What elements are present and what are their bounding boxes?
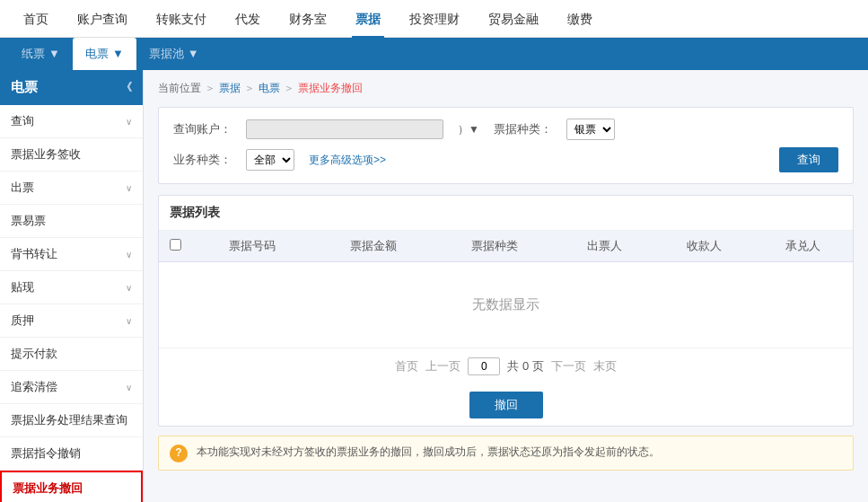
page-number-input[interactable] (468, 357, 500, 375)
sidebar-item-label: 贴现 (11, 279, 34, 295)
main-layout: 电票 《 查询 ∨ 票据业务签收 出票 ∨ 票易票 背书转让 ∨ 贴现 ∨ 质押… (0, 70, 868, 502)
chevron-down-icon: ∨ (126, 117, 132, 127)
chevron-down-icon: ∨ (126, 383, 132, 392)
breadcrumb-prefix: 当前位置 (158, 81, 201, 96)
nav-transfer[interactable]: 转账支付 (142, 0, 221, 38)
account-dropdown-icon[interactable]: ）▼ (458, 122, 479, 137)
sidebar-item-pledge[interactable]: 质押 ∨ (0, 304, 143, 338)
info-text: 本功能实现对未经对方签收的票据业务的撤回，撤回成功后，票据状态还原为指令发起前的… (197, 444, 660, 461)
content-area: 当前位置 ＞ 票据 ＞ 电票 ＞ 票据业务撤回 查询账户： ）▼ 票据种类： 银… (144, 70, 868, 502)
total-pages: 共 0 页 (507, 358, 543, 374)
sidebar-item-label: 质押 (11, 313, 34, 329)
last-page-link[interactable]: 末页 (593, 358, 617, 374)
pagination: 首页 上一页 共 0 页 下一页 末页 (159, 348, 853, 384)
th-ticket-amount: 票据金额 (312, 231, 434, 262)
breadcrumb-separator: ＞ (244, 81, 255, 96)
chevron-down-icon: ∨ (126, 183, 132, 193)
ticket-type-select[interactable]: 银票 商票 (566, 119, 615, 140)
sidebar-collapse-icon[interactable]: 《 (121, 80, 132, 95)
empty-row: 无数据显示 (159, 262, 853, 348)
chevron-down-icon: ∨ (126, 283, 132, 293)
sidebar-item-endorse[interactable]: 背书转让 ∨ (0, 238, 143, 271)
breadcrumb-current: 票据业务撤回 (298, 81, 363, 96)
sidebar-item-query[interactable]: 查询 ∨ (0, 105, 143, 138)
sidebar-item-discount[interactable]: 贴现 ∨ (0, 271, 143, 304)
sidebar-item-label: 票据业务处理结果查询 (11, 412, 127, 428)
action-row: 撤回 (159, 384, 853, 426)
second-nav-pool[interactable]: 票据池 ▼ (136, 38, 212, 70)
nav-home[interactable]: 首页 (9, 0, 63, 38)
withdraw-button[interactable]: 撤回 (469, 392, 543, 418)
nav-invest[interactable]: 投资理财 (395, 0, 474, 38)
sidebar: 电票 《 查询 ∨ 票据业务签收 出票 ∨ 票易票 背书转让 ∨ 贴现 ∨ 质押… (0, 70, 144, 502)
breadcrumb-electronic[interactable]: 电票 (259, 81, 280, 96)
query-button[interactable]: 查询 (779, 147, 838, 172)
sidebar-item-sign[interactable]: 票据业务签收 (0, 138, 143, 172)
sidebar-title: 电票 《 (0, 70, 143, 105)
info-bar: ? 本功能实现对未经对方签收的票据业务的撤回，撤回成功后，票据状态还原为指令发起… (158, 436, 854, 471)
th-ticket-type: 票据种类 (434, 231, 555, 262)
sidebar-title-text: 电票 (11, 79, 38, 96)
sidebar-item-label: 票据业务签收 (11, 146, 81, 163)
sidebar-item-easy[interactable]: 票易票 (0, 205, 143, 238)
chevron-down-icon: ∨ (126, 316, 132, 326)
sidebar-item-issue[interactable]: 出票 ∨ (0, 172, 143, 205)
sidebar-item-label: 票据指令撤销 (11, 445, 81, 462)
sidebar-item-cancel[interactable]: 票据指令撤销 (0, 437, 143, 471)
second-nav-electronic[interactable]: 电票 ▼ (73, 38, 136, 70)
nav-account[interactable]: 账户查询 (63, 0, 142, 38)
sidebar-item-prompt[interactable]: 提示付款 (0, 338, 143, 371)
sidebar-item-result-query[interactable]: 票据业务处理结果查询 (0, 404, 143, 437)
prev-page-link[interactable]: 上一页 (425, 358, 460, 374)
more-options-link[interactable]: 更多高级选项>> (309, 153, 386, 168)
data-table: 票据号码 票据金额 票据种类 出票人 收款人 承兑人 无数据显示 (159, 231, 853, 348)
th-issuer: 出票人 (555, 231, 654, 262)
table-header-row: 票据号码 票据金额 票据种类 出票人 收款人 承兑人 (159, 231, 853, 262)
th-ticket-number: 票据号码 (191, 231, 312, 262)
th-payee: 收款人 (654, 231, 754, 262)
table-title: 票据列表 (159, 196, 853, 231)
empty-state: 无数据显示 (168, 269, 844, 340)
breadcrumb-separator: ＞ (284, 81, 294, 96)
next-page-link[interactable]: 下一页 (551, 358, 586, 374)
sidebar-item-withdraw[interactable]: 票据业务撤回 (0, 471, 143, 502)
sidebar-item-label: 查询 (11, 113, 34, 129)
info-icon: ? (170, 445, 188, 462)
sidebar-item-label: 背书转让 (11, 246, 57, 262)
nav-trade[interactable]: 贸易金融 (474, 0, 553, 38)
sidebar-item-label: 提示付款 (11, 346, 57, 362)
query-account-label: 查询账户： (173, 121, 232, 137)
chevron-down-icon: ▼ (48, 38, 60, 70)
account-input[interactable] (246, 119, 443, 139)
business-type-label: 业务种类： (173, 152, 232, 168)
th-checkbox (159, 231, 191, 262)
search-form: 查询账户： ）▼ 票据种类： 银票 商票 业务种类： 全部 更多高级选项>> 查… (158, 107, 854, 184)
top-nav: 首页 账户查询 转账支付 代发 财务室 票据 投资理财 贸易金融 缴费 (0, 0, 868, 38)
sidebar-item-label: 追索清偿 (11, 379, 57, 395)
breadcrumb-ticket[interactable]: 票据 (219, 81, 241, 96)
table-section: 票据列表 票据号码 票据金额 票据种类 出票人 收款人 承兑人 (158, 195, 854, 427)
breadcrumb: 当前位置 ＞ 票据 ＞ 电票 ＞ 票据业务撤回 (158, 81, 854, 96)
sidebar-item-pursue[interactable]: 追索清偿 ∨ (0, 371, 143, 404)
nav-proxy[interactable]: 代发 (221, 0, 275, 38)
business-type-select[interactable]: 全部 (246, 149, 294, 171)
ticket-type-label: 票据种类： (494, 121, 552, 137)
nav-finance[interactable]: 财务室 (275, 0, 341, 38)
first-page-link[interactable]: 首页 (395, 358, 418, 374)
sidebar-item-label: 票易票 (11, 213, 46, 229)
select-all-checkbox[interactable] (170, 239, 181, 251)
nav-ticket[interactable]: 票据 (341, 0, 395, 38)
sidebar-item-label: 出票 (11, 180, 34, 196)
nav-payment[interactable]: 缴费 (553, 0, 607, 38)
second-nav: 纸票 ▼ 电票 ▼ 票据池 ▼ (0, 38, 868, 70)
th-acceptor: 承兑人 (753, 231, 853, 262)
breadcrumb-separator: ＞ (205, 81, 215, 96)
chevron-down-icon: ▼ (188, 38, 199, 70)
chevron-down-icon: ▼ (112, 38, 124, 70)
sidebar-item-label: 票据业务撤回 (13, 480, 83, 497)
chevron-down-icon: ∨ (126, 250, 132, 260)
second-nav-paper[interactable]: 纸票 ▼ (9, 38, 73, 70)
